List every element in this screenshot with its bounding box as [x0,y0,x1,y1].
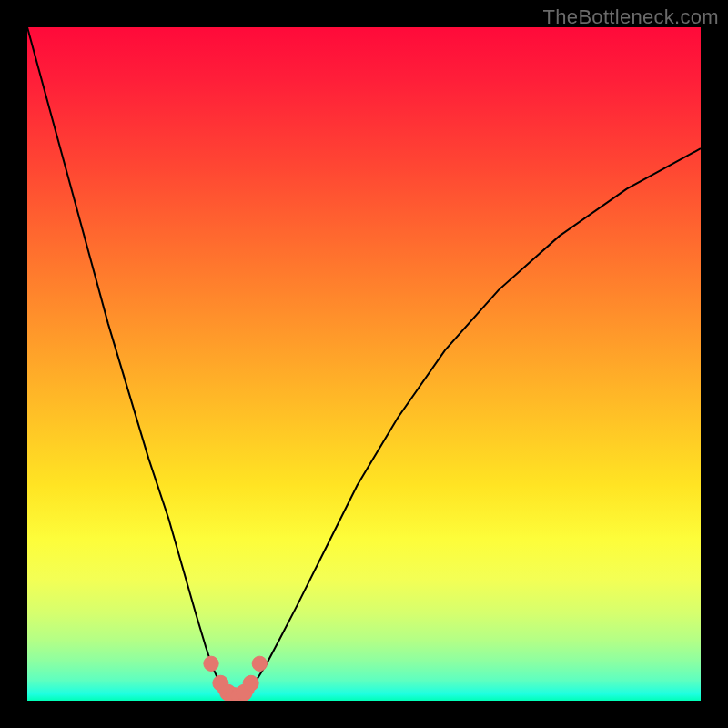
plot-area [27,27,701,701]
curve-left [27,27,223,690]
watermark-text: TheBottleneck.com [543,5,719,29]
curve-svg [27,27,701,701]
curve-right [249,148,701,690]
trough-marker [252,656,267,671]
trough-marker [204,656,218,671]
trough-marker [243,675,258,691]
trough-markers [204,656,268,701]
